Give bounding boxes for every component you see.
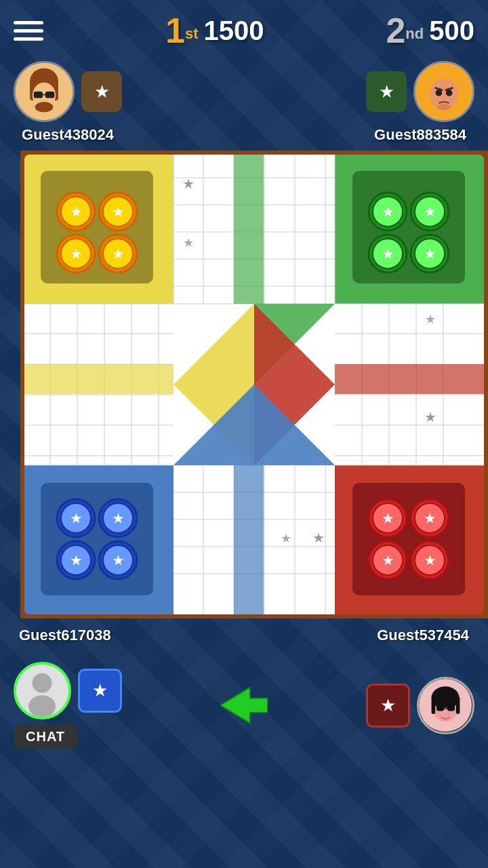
svg-text:★: ★ — [70, 205, 82, 219]
player-top-left: ★ Guest438024 — [14, 61, 122, 144]
top-player-row: ★ Guest438024 ★ — [0, 61, 488, 144]
player-top-right-name: Guest883584 — [374, 126, 466, 144]
svg-text:★: ★ — [70, 512, 82, 526]
player-top-left-name: Guest438024 — [22, 126, 114, 144]
badge-bottom-right-star: ★ — [380, 695, 396, 716]
svg-rect-6 — [45, 92, 54, 98]
svg-text:★: ★ — [425, 313, 436, 326]
svg-point-8 — [35, 102, 54, 112]
badge-top-left-star: ★ — [94, 81, 110, 102]
game-board: ★ ★ ★ ★ ★ ★ ★ — [20, 151, 488, 618]
bottom-names-row: Guest617038 Guest537454 — [0, 621, 488, 650]
svg-text:★: ★ — [70, 248, 82, 261]
avatar-guest537454 — [417, 677, 474, 734]
badge-top-left: ★ — [81, 71, 122, 112]
svg-rect-147 — [447, 705, 455, 711]
svg-text:★: ★ — [424, 205, 436, 219]
svg-rect-5 — [34, 92, 43, 98]
svg-text:★: ★ — [70, 554, 82, 568]
svg-text:★: ★ — [312, 530, 325, 545]
svg-point-138 — [33, 673, 52, 693]
svg-marker-140 — [220, 688, 268, 724]
player-bottom-right-name: Guest537454 — [377, 627, 469, 644]
arrow-left-icon — [220, 685, 268, 726]
svg-point-11 — [436, 90, 443, 96]
svg-point-13 — [437, 104, 450, 111]
svg-rect-145 — [456, 696, 460, 714]
svg-text:★: ★ — [113, 512, 124, 526]
rank1-score: 1500 — [203, 16, 264, 46]
svg-text:★: ★ — [424, 248, 436, 261]
badge-bottom-right[interactable]: ★ — [366, 684, 410, 728]
svg-rect-16 — [41, 171, 153, 283]
board-container: ★ ★ ★ ★ ★ ★ ★ — [10, 151, 478, 618]
avatar-guest438024 — [14, 61, 75, 122]
svg-rect-125 — [335, 364, 485, 394]
svg-rect-146 — [436, 705, 444, 711]
svg-rect-112 — [23, 364, 174, 394]
svg-text:★: ★ — [424, 512, 436, 526]
svg-text:★: ★ — [382, 554, 394, 568]
svg-text:★: ★ — [183, 236, 194, 250]
rank2-digit: 2 — [386, 11, 405, 50]
svg-text:★: ★ — [382, 512, 394, 526]
rank2-score: 500 — [429, 16, 474, 46]
bottom-controls-row: ★ CHAT ★ — [0, 655, 488, 755]
svg-text:★: ★ — [382, 205, 394, 219]
badge-bottom-left[interactable]: ★ — [78, 669, 122, 713]
rank1-number: 1st — [165, 13, 198, 48]
svg-rect-58 — [352, 483, 465, 595]
badge-bottom-left-star: ★ — [92, 680, 108, 701]
rank1-suffix: st — [185, 25, 199, 42]
board-svg: ★ ★ ★ ★ ★ ★ ★ — [20, 151, 488, 618]
topbar: 1st 1500 2nd 500 — [0, 0, 488, 61]
svg-text:★: ★ — [281, 532, 291, 545]
svg-text:★: ★ — [182, 176, 195, 191]
badge-top-right: ★ — [366, 71, 407, 112]
move-arrow-button[interactable] — [220, 687, 268, 724]
svg-rect-144 — [432, 696, 436, 714]
player-bottom-left-name: Guest617038 — [19, 627, 111, 644]
svg-rect-30 — [352, 171, 465, 283]
rank2-block: 2nd 500 — [386, 13, 474, 48]
svg-text:★: ★ — [113, 554, 124, 568]
rank2-number: 2nd — [386, 13, 424, 48]
svg-text:★: ★ — [424, 410, 436, 425]
rank2-suffix: nd — [405, 25, 424, 42]
svg-text:★: ★ — [424, 554, 436, 568]
menu-button[interactable] — [14, 21, 43, 41]
avatar-guest617038 — [14, 662, 71, 719]
svg-point-12 — [446, 90, 453, 96]
avatar-guest883584 — [413, 61, 474, 122]
svg-text:★: ★ — [113, 205, 124, 219]
player-top-right: ★ Guest88 — [366, 61, 474, 144]
svg-text:★: ★ — [382, 248, 394, 261]
badge-top-right-star: ★ — [379, 81, 394, 102]
svg-rect-85 — [234, 153, 264, 304]
svg-text:★: ★ — [113, 248, 124, 261]
svg-point-143 — [432, 686, 460, 709]
svg-rect-44 — [41, 483, 153, 595]
svg-rect-98 — [234, 465, 264, 616]
rank1-digit: 1 — [165, 11, 185, 50]
rank1-block: 1st 1500 — [165, 13, 264, 48]
svg-point-139 — [28, 695, 56, 717]
chat-button[interactable]: CHAT — [14, 725, 77, 749]
